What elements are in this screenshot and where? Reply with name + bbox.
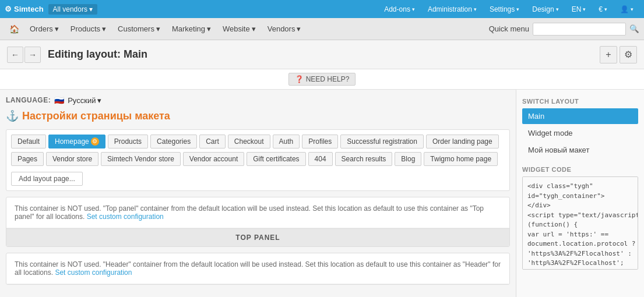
page-header-actions: + ⚙	[600, 46, 637, 63]
widget-code-section: WIDGET CODE <div class="tygh" id="tygh_c…	[522, 166, 638, 270]
anchor-icon: ⚓	[6, 109, 19, 122]
language-caret: ▾	[583, 6, 586, 12]
layout-tabs: Default Homepage ⚙ Products Categories C…	[6, 129, 510, 191]
customers-caret: ▾	[156, 24, 160, 33]
quick-menu-area: Quick menu 🔍	[489, 23, 639, 36]
need-help-label: NEED HELP?	[306, 75, 350, 83]
all-vendors-label: All vendors	[53, 5, 87, 13]
home-button[interactable]: 🏠	[5, 22, 24, 36]
secondary-nav-items: Orders ▾ Products ▾ Customers ▾ Marketin…	[24, 21, 489, 37]
tab-categories[interactable]: Categories	[150, 135, 197, 148]
back-button[interactable]: ←	[7, 47, 23, 63]
quick-menu-input[interactable]	[533, 23, 626, 36]
orders-caret: ▾	[55, 24, 59, 33]
tab-simtech-vendor-store[interactable]: Simtech Vendor store	[101, 152, 181, 166]
tab-order-landing-page[interactable]: Order landing page	[426, 135, 499, 148]
tab-checkout[interactable]: Checkout	[228, 135, 270, 148]
tab-auth[interactable]: Auth	[273, 135, 300, 148]
website-menu-button[interactable]: Website ▾	[217, 21, 262, 37]
language-select-button[interactable]: Русский ▾	[68, 96, 101, 105]
sidebar-item-widget-mode[interactable]: Widget mode	[522, 125, 638, 141]
administration-menu-button[interactable]: Administration ▾	[422, 3, 483, 16]
tab-successful-registration[interactable]: Successful registration	[340, 135, 424, 148]
widget-code-text: <div class="tygh" id="tygh_container"> <…	[527, 182, 633, 270]
tab-vendor-store[interactable]: Vendor store	[46, 152, 98, 166]
sidebar: SWITCH LAYOUT Main Widget mode Мой новый…	[516, 90, 644, 297]
vendors-label: Vendors	[268, 24, 295, 33]
forward-button[interactable]: →	[24, 47, 41, 63]
currency-caret: ▾	[604, 6, 607, 12]
tab-homepage[interactable]: Homepage ⚙	[48, 135, 105, 148]
administration-caret: ▾	[474, 6, 477, 12]
tab-default[interactable]: Default	[11, 135, 46, 148]
language-row: LANGUAGE: 🇷🇺 Русский ▾	[6, 96, 510, 105]
tab-blog[interactable]: Blog	[395, 152, 421, 166]
help-icon: ❓	[295, 75, 304, 83]
quick-menu-search-button[interactable]: 🔍	[629, 24, 639, 33]
marketing-caret: ▾	[207, 24, 211, 33]
vendors-caret: ▾	[297, 24, 301, 33]
top-panel-set-config-link[interactable]: Set custom configuration	[87, 213, 164, 221]
add-layout-page-button[interactable]: Add layout page...	[11, 172, 83, 186]
products-menu-button[interactable]: Products ▾	[65, 21, 112, 37]
website-caret: ▾	[252, 24, 256, 33]
tab-cart[interactable]: Cart	[199, 135, 226, 148]
content-area: LANGUAGE: 🇷🇺 Русский ▾ ⚓ Настройки стран…	[0, 90, 516, 297]
top-bar-left: ⚙ Simtech All vendors ▾	[5, 4, 378, 15]
tab-pages[interactable]: Pages	[11, 152, 44, 166]
website-label: Website	[223, 24, 250, 33]
language-label: LANGUAGE:	[6, 96, 51, 104]
need-help-button[interactable]: ❓ NEED HELP?	[288, 73, 356, 86]
currency-menu-button[interactable]: € ▾	[593, 3, 613, 16]
page-title: Editing layout: Main	[48, 48, 147, 61]
secondary-nav: 🏠 Orders ▾ Products ▾ Customers ▾ Market…	[0, 18, 644, 40]
addons-label: Add-ons	[384, 5, 410, 13]
header-set-config-link[interactable]: Set custom configuration	[55, 268, 132, 277]
add-widget-button[interactable]: +	[600, 46, 617, 63]
customers-menu-button[interactable]: Customers ▾	[112, 21, 166, 37]
settings-gear-button[interactable]: ⚙	[620, 46, 637, 63]
tab-products[interactable]: Products	[108, 135, 148, 148]
tab-gift-certificates[interactable]: Gift certificates	[247, 152, 305, 166]
orders-label: Orders	[30, 24, 53, 33]
tab-404[interactable]: 404	[308, 152, 333, 166]
settings-menu-button[interactable]: Settings ▾	[484, 3, 525, 16]
sidebar-item-main[interactable]: Main	[522, 108, 638, 124]
top-panel-container: This container is NOT used. "Top panel" …	[6, 197, 510, 247]
top-bar: ⚙ Simtech All vendors ▾ Add-ons ▾ Admini…	[0, 0, 644, 18]
widget-code-box[interactable]: <div class="tygh" id="tygh_container"> <…	[522, 176, 638, 270]
marketing-label: Marketing	[172, 24, 205, 33]
addons-menu-button[interactable]: Add-ons ▾	[378, 3, 421, 16]
top-bar-right: Add-ons ▾ Administration ▾ Settings ▾ De…	[378, 3, 639, 16]
settings-caret: ▾	[516, 6, 519, 12]
vendors-menu-button[interactable]: Vendors ▾	[262, 21, 307, 37]
settings-label: Settings	[490, 5, 515, 13]
tabs-row-2: Pages Vendor store Simtech Vendor store …	[11, 152, 505, 166]
sidebar-item-new-layout[interactable]: Мой новый макет	[522, 142, 638, 158]
language-menu-button[interactable]: EN ▾	[566, 3, 592, 16]
widget-code-title: WIDGET CODE	[522, 166, 638, 173]
language-caret: ▾	[97, 96, 101, 105]
nav-arrows: ← →	[7, 47, 41, 63]
language-name: Русский	[68, 96, 96, 105]
user-menu-button[interactable]: 👤 ▾	[614, 3, 639, 16]
brand: ⚙ Simtech	[5, 5, 44, 13]
design-menu-button[interactable]: Design ▾	[526, 3, 564, 16]
all-vendors-button[interactable]: All vendors ▾	[48, 4, 97, 15]
top-panel-warning: This container is NOT used. "Top panel" …	[6, 197, 509, 228]
tab-profiles[interactable]: Profiles	[302, 135, 338, 148]
page-heading: ⚓ Настройки страницы макета	[6, 109, 510, 122]
need-help-bar: ❓ NEED HELP?	[0, 69, 644, 90]
customers-label: Customers	[118, 24, 154, 33]
brand-name: Simtech	[14, 5, 44, 13]
tab-twigmo-home-page[interactable]: Twigmo home page	[424, 152, 498, 166]
gear-icon[interactable]: ⚙	[91, 137, 99, 146]
header-container: This container is NOT used. "Header" con…	[6, 253, 510, 285]
orders-menu-button[interactable]: Orders ▾	[24, 21, 65, 37]
language-label: EN	[572, 5, 582, 13]
design-caret: ▾	[556, 6, 559, 12]
tab-vendor-account[interactable]: Vendor account	[183, 152, 244, 166]
language-flag: 🇷🇺	[54, 96, 64, 105]
marketing-menu-button[interactable]: Marketing ▾	[166, 21, 217, 37]
tab-search-results[interactable]: Search results	[335, 152, 393, 166]
